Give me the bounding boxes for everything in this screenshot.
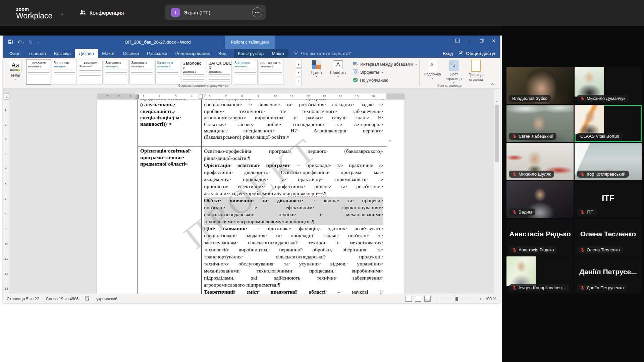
- table-column-marker[interactable]: [199, 95, 203, 99]
- style-thumbnail[interactable]: ЗаголовокЗаголовок 1: [233, 60, 258, 84]
- participant-tile[interactable]: Даніїл Петрусе...Даніїл Петрусенко: [575, 256, 642, 294]
- participant-tile[interactable]: ITFITF: [575, 181, 642, 218]
- zoom-in-icon[interactable]: +: [479, 296, 482, 302]
- document-area[interactable]: ПРОЕКТ ¤ Предметна·область·(галузь·знань…: [3, 89, 500, 294]
- ribbon-tab-рассылки[interactable]: Рассылки: [143, 49, 171, 58]
- document-page[interactable]: ПРОЕКТ ¤ Предметна·область·(галузь·знань…: [97, 98, 405, 294]
- close-icon[interactable]: ✕: [488, 36, 500, 46]
- vertical-ruler[interactable]: 12345678910111213: [3, 99, 9, 294]
- tab-selector[interactable]: L: [4, 94, 9, 100]
- table-column-marker[interactable]: [135, 95, 139, 99]
- group-divider: [419, 60, 420, 85]
- gallery-down-icon[interactable]: ▼: [296, 68, 302, 76]
- share-button[interactable]: Общий доступ: [458, 51, 496, 56]
- style-thumbnail[interactable]: ЗаголовокЗаголовок 1: [104, 60, 128, 84]
- table-row-end-mark: ¤: [388, 139, 391, 144]
- ribbon-tab-дизайн[interactable]: Дизайн: [75, 49, 98, 58]
- ruler-number: 7: [5, 197, 6, 201]
- horizontal-ruler[interactable]: 3211234678910111213141516▽: [97, 94, 405, 100]
- style-thumbnail[interactable]: ЗАГОЛОВО КЗаголовок 1: [207, 60, 232, 84]
- style-thumbnail[interactable]: ЗаголовокЗаголовок 1: [52, 60, 77, 84]
- doc-line: технологій·виробництва,·первинної·обробк…: [204, 246, 383, 253]
- page-color-button[interactable]: Цвет страницы ▾: [443, 60, 464, 85]
- more-options-icon[interactable]: •••: [252, 7, 262, 17]
- participant-name: Анастасія Редько: [519, 247, 554, 252]
- table-border-left: [138, 98, 138, 294]
- read-mode-icon[interactable]: [406, 296, 412, 302]
- fonts-button[interactable]: А Шрифты ▾: [328, 60, 348, 78]
- watermark-button[interactable]: А Подложка ▾: [422, 60, 443, 80]
- participant-tile[interactable]: Ігор Котляревський: [575, 143, 642, 180]
- ribbon-tab-вид[interactable]: Вид: [214, 49, 230, 58]
- themes-button[interactable]: Аа Темы ▾: [6, 59, 24, 81]
- print-layout-icon[interactable]: [415, 296, 421, 302]
- page-indicator[interactable]: Страница 5 из 22: [7, 297, 39, 301]
- minimize-icon[interactable]: —: [464, 36, 476, 46]
- participant-tile[interactable]: Ievgen Konoplianchen...: [506, 256, 574, 294]
- style-thumbnail[interactable]: ЗаголовокЗаголовок 1: [78, 60, 103, 84]
- participants-panel: Владислав ЗубкоМихайло ДуманчукЄвген Лаб…: [502, 26, 644, 362]
- zoom-logo-text: zoom: [16, 7, 52, 11]
- participant-name: Ігор Котляревський: [587, 172, 626, 177]
- tell-me-search[interactable]: Что вы хотите сделать?: [294, 49, 351, 58]
- participant-tile[interactable]: Владислав Зубко: [506, 67, 574, 104]
- sign-in-link[interactable]: Вход: [443, 51, 453, 56]
- meeting-button[interactable]: Конференция: [79, 10, 124, 16]
- colors-button[interactable]: Цвета ▾: [307, 60, 326, 78]
- indent-marker[interactable]: ▽: [204, 94, 206, 97]
- set-default-button[interactable]: По умолчанию: [353, 76, 417, 84]
- participant-tile[interactable]: Михайло Шуляк: [506, 143, 574, 180]
- word-count[interactable]: Слово 19 из 4886: [46, 297, 79, 301]
- style-thumbnail[interactable]: ЗаголовокЗаголовок 1: [26, 60, 51, 84]
- mic-muted-icon: [512, 286, 517, 290]
- gallery-more-icon[interactable]: ⍗: [296, 77, 302, 85]
- ribbon-tab-главная[interactable]: Главная: [24, 49, 50, 58]
- document-scrollbar[interactable]: ▲: [494, 89, 500, 294]
- participant-tile[interactable]: Євген Лабецький: [506, 105, 574, 142]
- participant-tile[interactable]: Вадим: [506, 181, 574, 218]
- ribbon-tab-файл[interactable]: Файл: [5, 49, 24, 58]
- zoom-out-icon[interactable]: −: [434, 296, 436, 302]
- restore-icon[interactable]: [476, 36, 488, 46]
- style-thumbnail[interactable]: Заголово кЗаголовок 1: [181, 60, 206, 84]
- ribbon-tab-макет[interactable]: Макет: [98, 49, 119, 58]
- language-indicator[interactable]: украинский: [96, 297, 117, 301]
- table-cell-r2-left: Орієнтація·освітньої·програми·та·опис·пр…: [140, 147, 199, 167]
- customize-qat-icon[interactable]: ▿: [37, 41, 39, 44]
- page-borders-button[interactable]: Границы страниц: [466, 60, 486, 82]
- style-thumbnail[interactable]: ЗаголовокЗаголовок 1: [155, 60, 180, 84]
- ribbon-tab-вставка[interactable]: Вставка: [50, 49, 75, 58]
- participant-tile[interactable]: Анастасія РедькоАнастасія Редько: [506, 219, 574, 256]
- chevron-down-icon[interactable]: ⌄: [60, 10, 64, 16]
- participant-tile[interactable]: Олена ТесленкоОлена Тесленко: [575, 219, 642, 256]
- paragraph-spacing-button[interactable]: Интервал между абзацами▾: [353, 60, 417, 68]
- style-thumbnail[interactable]: ЗаголовокЗаголовок 1: [129, 60, 154, 84]
- mic-muted-icon: [580, 248, 585, 252]
- ribbon-tab-ссылки[interactable]: Ссылки: [119, 49, 143, 58]
- participant-tile[interactable]: CLAAS Vitali Bortun: [575, 105, 642, 142]
- ribbon-tab-макет[interactable]: Макет: [268, 49, 288, 58]
- collapse-ribbon-icon[interactable]: [490, 82, 495, 86]
- proofing-icon[interactable]: [85, 296, 90, 302]
- screen-share-tab[interactable]: I Экран (ITF) •••: [165, 5, 266, 20]
- participant-name-label: Анастасія Редько: [509, 246, 557, 253]
- quick-access-toolbar: ↶ ▾ ↻ ▿: [8, 36, 39, 49]
- scrollbar-thumb[interactable]: [495, 105, 499, 162]
- ribbon-tab-конструктор[interactable]: Конструктор: [234, 49, 268, 58]
- save-icon[interactable]: [8, 40, 13, 45]
- effects-button[interactable]: Эффекты▾: [353, 68, 417, 76]
- scroll-up-icon[interactable]: ▲: [494, 99, 500, 104]
- zoom-level[interactable]: 100 %: [485, 297, 496, 301]
- undo-icon[interactable]: ↶ ▾: [17, 39, 24, 45]
- redo-icon[interactable]: ↻: [29, 39, 33, 45]
- zoom-slider[interactable]: [439, 299, 476, 299]
- ribbon-display-options-icon[interactable]: [451, 36, 464, 46]
- participant-name: Вадим: [519, 209, 532, 215]
- participant-tile[interactable]: Михайло Думанчук: [575, 67, 642, 104]
- web-layout-icon[interactable]: [424, 296, 431, 302]
- ribbon-tab-рецензирование[interactable]: Рецензирование: [171, 49, 214, 58]
- zoom-slider-thumb[interactable]: [455, 297, 458, 301]
- page-color-icon: [449, 60, 459, 71]
- gallery-up-icon[interactable]: ▲: [296, 60, 302, 68]
- style-thumbnail[interactable]: ЗАГОЛОВОКЗаголовок 1: [259, 60, 283, 84]
